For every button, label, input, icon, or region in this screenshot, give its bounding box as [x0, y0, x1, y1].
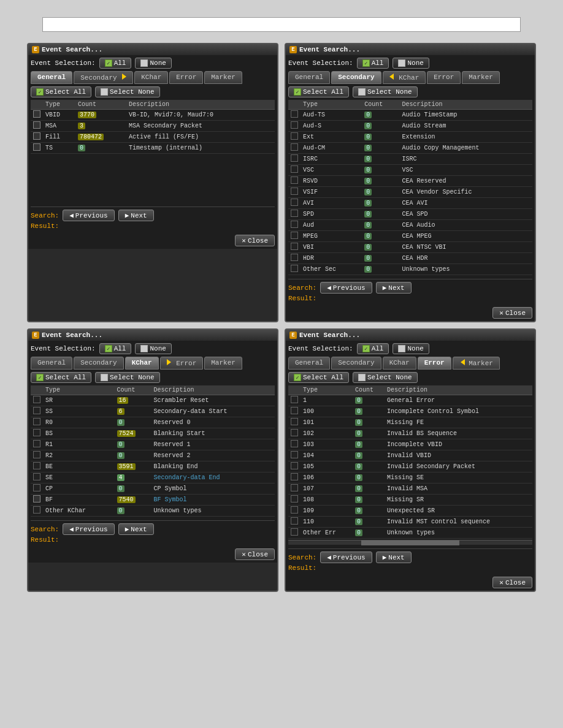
tab-secondary-bl[interactable]: Secondary [74, 357, 123, 370]
row-check[interactable] [291, 462, 298, 469]
row-check[interactable] [33, 462, 40, 469]
btn-prev-tr[interactable]: ◀ Previous [320, 282, 372, 294]
row-check[interactable] [291, 210, 298, 217]
row-check[interactable] [291, 429, 298, 436]
row-count: 0 [364, 266, 372, 273]
btn-none-tr[interactable]: None [393, 58, 429, 69]
row-check[interactable] [33, 407, 40, 414]
row-check[interactable] [291, 506, 298, 514]
row-check[interactable] [33, 484, 40, 491]
tab-kchar-tr[interactable]: KChar [383, 71, 426, 84]
row-check[interactable] [291, 451, 298, 458]
row-check[interactable] [291, 165, 298, 173]
tab-general-br[interactable]: General [288, 357, 330, 370]
btn-none-tl[interactable]: None [135, 58, 171, 69]
btn-close-tl[interactable]: ✕ Close [235, 235, 275, 246]
row-check[interactable] [33, 473, 40, 480]
col-type-bl: Type [43, 385, 115, 395]
btn-select-all-tl[interactable]: ✓ Select All [31, 86, 91, 97]
tab-marker-br[interactable]: Marker [453, 357, 500, 370]
btn-select-none-tl[interactable]: Select None [95, 86, 160, 97]
row-check[interactable] [33, 440, 40, 447]
btn-next-tr[interactable]: ▶ Next [376, 282, 412, 294]
row-check[interactable] [291, 176, 298, 184]
scrollbar-horizontal-br[interactable] [288, 540, 532, 545]
tab-error-tr[interactable]: Error [427, 71, 461, 84]
row-check[interactable] [33, 396, 40, 403]
btn-none-br[interactable]: None [393, 343, 429, 354]
tab-kchar-tl[interactable]: KChar [134, 71, 168, 84]
tab-general-bl[interactable]: General [31, 357, 72, 370]
empty-space-tl [31, 154, 275, 203]
tab-error-tl[interactable]: Error [169, 71, 203, 84]
scrollbar-thumb-br[interactable] [361, 540, 459, 545]
row-check[interactable] [291, 407, 298, 414]
btn-close-bl[interactable]: ✕ Close [235, 548, 275, 560]
row-check[interactable] [291, 517, 298, 525]
btn-next-bl[interactable]: ▶ Next [118, 523, 154, 535]
btn-prev-br[interactable]: ◀ Previous [320, 552, 372, 563]
btn-all-bl[interactable]: ✓ All [99, 343, 132, 354]
row-check[interactable] [291, 254, 298, 261]
tab-secondary-tr[interactable]: Secondary [331, 71, 381, 84]
row-check[interactable] [291, 484, 298, 491]
btn-select-none-br[interactable]: Select None [353, 372, 418, 383]
btn-select-all-tr[interactable]: ✓ Select All [288, 86, 349, 97]
row-check[interactable] [291, 528, 298, 536]
table-row: R2 0 Reserved 2 [31, 450, 275, 461]
tab-secondary-br[interactable]: Secondary [331, 357, 381, 370]
row-check[interactable] [33, 132, 40, 140]
tab-general-tl[interactable]: General [31, 71, 72, 84]
row-check[interactable] [291, 199, 298, 206]
btn-all-br[interactable]: ✓ All [357, 343, 389, 354]
row-check[interactable] [291, 265, 298, 272]
tab-error-br[interactable]: Error [418, 357, 451, 370]
row-check[interactable] [33, 121, 40, 129]
row-check[interactable] [33, 506, 40, 514]
btn-none-bl[interactable]: None [135, 343, 171, 354]
tab-marker-bl[interactable]: Marker [204, 357, 242, 370]
row-check[interactable] [291, 154, 298, 162]
row-check[interactable] [33, 143, 40, 151]
tab-kchar-br[interactable]: KChar [383, 357, 416, 370]
table-row: CP 0 CP Symbol [31, 483, 275, 495]
btn-select-all-br[interactable]: ✓ Select All [288, 372, 349, 383]
btn-all-tl[interactable]: ✓ All [99, 58, 132, 69]
tab-error-bl[interactable]: Error [160, 357, 204, 370]
row-check[interactable] [291, 110, 298, 118]
row-type: Other Sec [301, 264, 362, 275]
row-check[interactable] [33, 429, 40, 436]
btn-select-none-bl[interactable]: Select None [95, 372, 160, 383]
btn-close-tr[interactable]: ✕ Close [492, 307, 532, 319]
row-check[interactable] [291, 232, 298, 239]
address-bar[interactable] [42, 17, 521, 32]
row-check[interactable] [291, 473, 298, 480]
row-check[interactable] [33, 451, 40, 458]
btn-next-tl[interactable]: ▶ Next [118, 210, 154, 221]
row-check[interactable] [291, 188, 298, 195]
tab-marker-tr[interactable]: Marker [462, 71, 500, 84]
row-check[interactable] [291, 221, 298, 228]
row-check[interactable] [291, 418, 298, 425]
btn-prev-bl[interactable]: ◀ Previous [63, 523, 114, 535]
btn-close-br[interactable]: ✕ Close [492, 577, 532, 588]
btn-all-tr[interactable]: ✓ All [357, 58, 389, 69]
row-check[interactable] [33, 110, 40, 118]
tab-general-tr[interactable]: General [288, 71, 330, 84]
tab-secondary-tl[interactable]: Secondary [74, 71, 133, 84]
btn-select-none-tr[interactable]: Select None [353, 86, 418, 97]
row-check[interactable] [33, 495, 40, 502]
row-check[interactable] [33, 418, 40, 425]
btn-select-all-bl[interactable]: ✓ Select All [31, 372, 91, 383]
row-check[interactable] [291, 121, 298, 129]
row-check[interactable] [291, 243, 298, 250]
tab-marker-tl[interactable]: Marker [204, 71, 242, 84]
row-check[interactable] [291, 143, 298, 151]
row-check[interactable] [291, 440, 298, 447]
row-check[interactable] [291, 396, 298, 403]
row-check[interactable] [291, 132, 298, 140]
btn-next-br[interactable]: ▶ Next [376, 552, 412, 563]
row-check[interactable] [291, 495, 298, 502]
tab-kchar-bl[interactable]: KChar [125, 357, 159, 370]
btn-prev-tl[interactable]: ◀ Previous [63, 210, 114, 221]
